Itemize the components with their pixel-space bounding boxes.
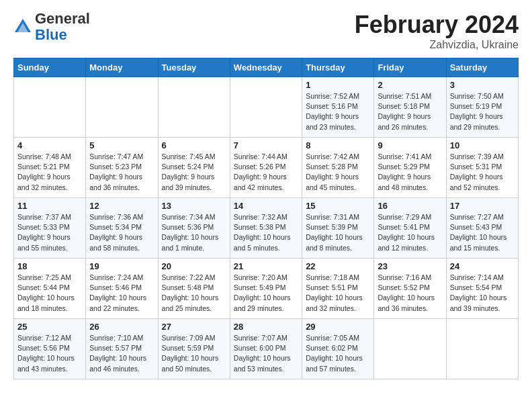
day-number: 10 bbox=[450, 140, 515, 150]
calendar-cell: 1Sunrise: 7:52 AMSunset: 5:16 PMDaylight… bbox=[302, 77, 374, 138]
calendar-cell: 8Sunrise: 7:42 AMSunset: 5:28 PMDaylight… bbox=[302, 138, 374, 198]
calendar-cell: 17Sunrise: 7:27 AMSunset: 5:43 PMDayligh… bbox=[446, 198, 518, 259]
day-number: 27 bbox=[162, 322, 226, 332]
day-info: Sunrise: 7:10 AMSunset: 5:57 PMDaylight:… bbox=[89, 333, 154, 374]
day-number: 12 bbox=[89, 201, 154, 211]
day-number: 9 bbox=[378, 140, 442, 150]
day-info: Sunrise: 7:32 AMSunset: 5:38 PMDaylight:… bbox=[234, 212, 298, 253]
weekday-header-friday: Friday bbox=[374, 58, 446, 77]
weekday-header-sunday: Sunday bbox=[14, 58, 86, 77]
day-number: 17 bbox=[450, 201, 515, 211]
calendar-cell: 18Sunrise: 7:25 AMSunset: 5:44 PMDayligh… bbox=[14, 259, 86, 319]
day-number: 6 bbox=[162, 140, 226, 150]
calendar-cell: 7Sunrise: 7:44 AMSunset: 5:26 PMDaylight… bbox=[230, 138, 302, 198]
weekday-header-thursday: Thursday bbox=[302, 58, 374, 77]
calendar-cell bbox=[158, 77, 230, 138]
day-info: Sunrise: 7:20 AMSunset: 5:49 PMDaylight:… bbox=[234, 273, 298, 314]
day-info: Sunrise: 7:41 AMSunset: 5:29 PMDaylight:… bbox=[378, 152, 442, 193]
day-info: Sunrise: 7:34 AMSunset: 5:36 PMDaylight:… bbox=[162, 212, 226, 253]
day-number: 22 bbox=[306, 261, 370, 271]
day-info: Sunrise: 7:14 AMSunset: 5:54 PMDaylight:… bbox=[450, 273, 515, 314]
day-info: Sunrise: 7:44 AMSunset: 5:26 PMDaylight:… bbox=[234, 152, 298, 193]
calendar-cell: 10Sunrise: 7:39 AMSunset: 5:31 PMDayligh… bbox=[446, 138, 518, 198]
day-info: Sunrise: 7:27 AMSunset: 5:43 PMDaylight:… bbox=[450, 212, 515, 253]
calendar-cell: 15Sunrise: 7:31 AMSunset: 5:39 PMDayligh… bbox=[302, 198, 374, 259]
day-info: Sunrise: 7:48 AMSunset: 5:21 PMDaylight:… bbox=[17, 152, 82, 193]
day-number: 25 bbox=[17, 322, 82, 332]
calendar-title: February 2024 bbox=[355, 11, 519, 39]
day-number: 8 bbox=[306, 140, 370, 150]
logo-text: General Blue bbox=[35, 11, 90, 43]
calendar-cell: 13Sunrise: 7:34 AMSunset: 5:36 PMDayligh… bbox=[158, 198, 230, 259]
day-number: 4 bbox=[17, 140, 82, 150]
day-info: Sunrise: 7:47 AMSunset: 5:23 PMDaylight:… bbox=[89, 152, 154, 193]
day-info: Sunrise: 7:29 AMSunset: 5:41 PMDaylight:… bbox=[378, 212, 442, 253]
day-info: Sunrise: 7:31 AMSunset: 5:39 PMDaylight:… bbox=[306, 212, 370, 253]
calendar-cell: 25Sunrise: 7:12 AMSunset: 5:56 PMDayligh… bbox=[14, 319, 86, 379]
calendar-cell: 4Sunrise: 7:48 AMSunset: 5:21 PMDaylight… bbox=[14, 138, 86, 198]
calendar-cell: 19Sunrise: 7:24 AMSunset: 5:46 PMDayligh… bbox=[86, 259, 158, 319]
day-info: Sunrise: 7:42 AMSunset: 5:28 PMDaylight:… bbox=[306, 152, 370, 193]
calendar-cell: 5Sunrise: 7:47 AMSunset: 5:23 PMDaylight… bbox=[86, 138, 158, 198]
day-info: Sunrise: 7:36 AMSunset: 5:34 PMDaylight:… bbox=[89, 212, 154, 253]
day-number: 19 bbox=[89, 261, 154, 271]
calendar-cell: 21Sunrise: 7:20 AMSunset: 5:49 PMDayligh… bbox=[230, 259, 302, 319]
day-number: 2 bbox=[378, 80, 442, 90]
day-info: Sunrise: 7:37 AMSunset: 5:33 PMDaylight:… bbox=[17, 212, 82, 253]
day-info: Sunrise: 7:50 AMSunset: 5:19 PMDaylight:… bbox=[450, 91, 515, 132]
day-number: 11 bbox=[17, 201, 82, 211]
calendar-week-row: 1Sunrise: 7:52 AMSunset: 5:16 PMDaylight… bbox=[14, 77, 519, 138]
day-info: Sunrise: 7:45 AMSunset: 5:24 PMDaylight:… bbox=[162, 152, 226, 193]
calendar-cell: 16Sunrise: 7:29 AMSunset: 5:41 PMDayligh… bbox=[374, 198, 446, 259]
calendar-subtitle: Zahvizdia, Ukraine bbox=[355, 39, 519, 51]
day-number: 3 bbox=[450, 80, 515, 90]
day-number: 20 bbox=[162, 261, 226, 271]
day-number: 5 bbox=[89, 140, 154, 150]
day-number: 18 bbox=[17, 261, 82, 271]
logo-icon bbox=[13, 17, 32, 36]
weekday-header-tuesday: Tuesday bbox=[158, 58, 230, 77]
calendar-cell: 24Sunrise: 7:14 AMSunset: 5:54 PMDayligh… bbox=[446, 259, 518, 319]
header: General Blue February 2024 Zahvizdia, Uk… bbox=[13, 11, 519, 51]
calendar-cell: 6Sunrise: 7:45 AMSunset: 5:24 PMDaylight… bbox=[158, 138, 230, 198]
weekday-header-wednesday: Wednesday bbox=[230, 58, 302, 77]
calendar-cell: 3Sunrise: 7:50 AMSunset: 5:19 PMDaylight… bbox=[446, 77, 518, 138]
day-number: 24 bbox=[450, 261, 515, 271]
day-info: Sunrise: 7:07 AMSunset: 6:00 PMDaylight:… bbox=[234, 333, 298, 374]
day-number: 29 bbox=[306, 322, 370, 332]
day-info: Sunrise: 7:52 AMSunset: 5:16 PMDaylight:… bbox=[306, 91, 370, 132]
day-number: 7 bbox=[234, 140, 298, 150]
title-section: February 2024 Zahvizdia, Ukraine bbox=[355, 11, 519, 51]
weekday-header-monday: Monday bbox=[86, 58, 158, 77]
day-info: Sunrise: 7:39 AMSunset: 5:31 PMDaylight:… bbox=[450, 152, 515, 193]
calendar-week-row: 11Sunrise: 7:37 AMSunset: 5:33 PMDayligh… bbox=[14, 198, 519, 259]
calendar-cell: 11Sunrise: 7:37 AMSunset: 5:33 PMDayligh… bbox=[14, 198, 86, 259]
day-info: Sunrise: 7:24 AMSunset: 5:46 PMDaylight:… bbox=[89, 273, 154, 314]
calendar-cell bbox=[446, 319, 518, 379]
weekday-header-saturday: Saturday bbox=[446, 58, 518, 77]
calendar-cell: 28Sunrise: 7:07 AMSunset: 6:00 PMDayligh… bbox=[230, 319, 302, 379]
calendar-cell bbox=[14, 77, 86, 138]
day-info: Sunrise: 7:22 AMSunset: 5:48 PMDaylight:… bbox=[162, 273, 226, 314]
day-info: Sunrise: 7:12 AMSunset: 5:56 PMDaylight:… bbox=[17, 333, 82, 374]
calendar-cell bbox=[230, 77, 302, 138]
day-info: Sunrise: 7:25 AMSunset: 5:44 PMDaylight:… bbox=[17, 273, 82, 314]
day-number: 23 bbox=[378, 261, 442, 271]
calendar-cell: 27Sunrise: 7:09 AMSunset: 5:59 PMDayligh… bbox=[158, 319, 230, 379]
logo: General Blue bbox=[13, 11, 90, 43]
day-number: 1 bbox=[306, 80, 370, 90]
calendar-week-row: 18Sunrise: 7:25 AMSunset: 5:44 PMDayligh… bbox=[14, 259, 519, 319]
calendar-cell: 29Sunrise: 7:05 AMSunset: 6:02 PMDayligh… bbox=[302, 319, 374, 379]
day-number: 21 bbox=[234, 261, 298, 271]
day-info: Sunrise: 7:18 AMSunset: 5:51 PMDaylight:… bbox=[306, 273, 370, 314]
day-number: 16 bbox=[378, 201, 442, 211]
day-info: Sunrise: 7:09 AMSunset: 5:59 PMDaylight:… bbox=[162, 333, 226, 374]
day-info: Sunrise: 7:05 AMSunset: 6:02 PMDaylight:… bbox=[306, 333, 370, 374]
day-number: 28 bbox=[234, 322, 298, 332]
calendar-table: SundayMondayTuesdayWednesdayThursdayFrid… bbox=[13, 58, 519, 379]
calendar-cell: 26Sunrise: 7:10 AMSunset: 5:57 PMDayligh… bbox=[86, 319, 158, 379]
calendar-week-row: 4Sunrise: 7:48 AMSunset: 5:21 PMDaylight… bbox=[14, 138, 519, 198]
calendar-cell: 2Sunrise: 7:51 AMSunset: 5:18 PMDaylight… bbox=[374, 77, 446, 138]
day-info: Sunrise: 7:16 AMSunset: 5:52 PMDaylight:… bbox=[378, 273, 442, 314]
day-number: 13 bbox=[162, 201, 226, 211]
